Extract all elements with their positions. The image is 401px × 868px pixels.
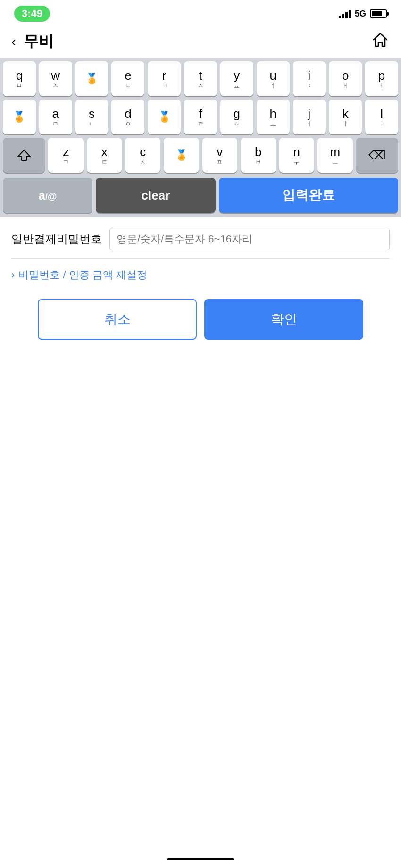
action-buttons: 취소 확인 (0, 299, 401, 340)
home-indicator (167, 858, 234, 860)
key-y[interactable]: y ㅛ (220, 61, 253, 96)
password-row: 일반결제비밀번호 (11, 228, 390, 259)
key-s[interactable]: s ㄴ (75, 100, 109, 134)
key-w[interactable]: w ㅈ (39, 61, 72, 96)
key-c[interactable]: c ㅊ (125, 138, 160, 173)
key-a[interactable]: a ㅁ (39, 100, 72, 134)
key-m[interactable]: m ㅡ (317, 138, 353, 173)
key-z[interactable]: z ㅋ (48, 138, 84, 173)
key-r[interactable]: r ㄱ (148, 61, 181, 96)
key-t[interactable]: t ㅅ (184, 61, 217, 96)
status-bar: 3:49 5G (0, 0, 401, 25)
key-emoji-1[interactable]: 🏅 (75, 61, 109, 96)
key-u[interactable]: u ㅕ (257, 61, 290, 96)
keyboard: q ㅂ w ㅈ 🏅 e ㄷ r ㄱ t ㅅ y ㅛ u ㅕ (0, 58, 401, 178)
key-q[interactable]: q ㅂ (3, 61, 36, 96)
key-x[interactable]: x ㅌ (87, 138, 122, 173)
special-char-key[interactable]: a/@ (3, 178, 92, 213)
key-l[interactable]: l ㅣ (365, 100, 398, 134)
status-right: 5G (339, 9, 387, 19)
key-e[interactable]: e ㄷ (111, 61, 144, 96)
key-i[interactable]: i ㅑ (293, 61, 326, 96)
delete-key[interactable]: ⌫ (356, 138, 398, 173)
status-time: 3:49 (14, 6, 50, 22)
key-h[interactable]: h ㅗ (257, 100, 290, 134)
keyboard-row-2: 🏅 a ㅁ s ㄴ d ㅇ 🏅 f ㄹ g ㅎ h ㅗ j (3, 100, 398, 134)
key-v[interactable]: v ㅍ (202, 138, 238, 173)
signal-icon (339, 9, 351, 18)
battery-icon (370, 9, 387, 18)
cancel-button[interactable]: 취소 (38, 299, 197, 340)
chevron-right-icon: › (11, 269, 15, 281)
key-emoji-2[interactable]: 🏅 (3, 100, 36, 134)
keyboard-row-1: q ㅂ w ㅈ 🏅 e ㄷ r ㄱ t ㅅ y ㅛ u ㅕ (3, 61, 398, 96)
reset-link[interactable]: 비밀번호 / 인증 금액 재설정 (18, 268, 147, 282)
key-d[interactable]: d ㅇ (111, 100, 144, 134)
page-title: 무비 (24, 31, 371, 52)
key-g[interactable]: g ㅎ (220, 100, 253, 134)
network-type: 5G (355, 9, 366, 19)
key-p[interactable]: p ㅔ (365, 61, 398, 96)
password-input[interactable] (109, 228, 390, 250)
key-emoji-4[interactable]: 🏅 (164, 138, 199, 173)
clear-key[interactable]: clear (96, 178, 216, 213)
confirm-button[interactable]: 확인 (204, 299, 363, 340)
home-button[interactable] (371, 30, 390, 53)
key-b[interactable]: b ㅂ (241, 138, 276, 173)
confirm-key[interactable]: 입력완료 (219, 178, 398, 213)
reset-link-row[interactable]: › 비밀번호 / 인증 금액 재설정 (11, 259, 390, 292)
back-button[interactable]: ‹ (11, 34, 16, 49)
key-emoji-3[interactable]: 🏅 (148, 100, 181, 134)
keyboard-row-3: z ㅋ x ㅌ c ㅊ 🏅 v ㅍ b ㅂ n ㅜ m ㅡ (3, 138, 398, 173)
keyboard-bottom-row: a/@ clear 입력완료 (0, 178, 401, 217)
password-label: 일반결제비밀번호 (11, 232, 102, 247)
key-j[interactable]: j ㅓ (293, 100, 326, 134)
form-area: 일반결제비밀번호 › 비밀번호 / 인증 금액 재설정 (0, 217, 401, 292)
nav-bar: ‹ 무비 (0, 25, 401, 58)
shift-key[interactable] (3, 138, 45, 173)
key-o[interactable]: o ㅐ (329, 61, 362, 96)
key-k[interactable]: k ㅏ (329, 100, 362, 134)
key-n[interactable]: n ㅜ (279, 138, 315, 173)
key-f[interactable]: f ㄹ (184, 100, 217, 134)
